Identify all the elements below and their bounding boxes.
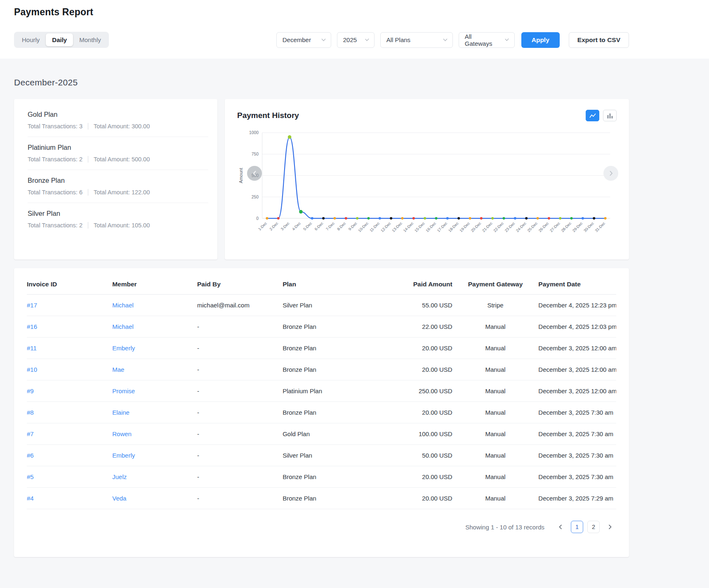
line-chart-toggle[interactable] [586, 110, 599, 121]
member-link[interactable]: Promise [112, 387, 135, 394]
svg-text:3-Dec: 3-Dec [280, 221, 290, 231]
member-link[interactable]: Mae [112, 366, 124, 373]
chevron-down-icon [505, 37, 509, 41]
invoice-link[interactable]: #6 [27, 452, 34, 459]
svg-text:8-Dec: 8-Dec [337, 221, 347, 231]
toolbar: HourlyDailyMonthly December 2025 All Pla… [14, 32, 629, 48]
bar-chart-toggle[interactable] [603, 110, 617, 121]
divider [88, 156, 88, 163]
plan-name: Bronze Plan [28, 177, 208, 184]
paid-by-cell: - [197, 423, 283, 445]
chart-next-button[interactable] [603, 166, 618, 181]
divider [88, 189, 88, 196]
page-title: Payments Report [14, 7, 629, 18]
invoice-link[interactable]: #9 [27, 387, 34, 394]
svg-text:11-Dec: 11-Dec [369, 221, 380, 233]
amount-cell: 20.00 USD [409, 359, 452, 380]
invoice-cell: #8 [27, 402, 112, 423]
member-link[interactable]: Veda [112, 495, 126, 502]
plan-transactions: Total Transactions: 6 [28, 189, 82, 196]
chart-title: Payment History [237, 111, 299, 120]
invoice-link[interactable]: #5 [27, 473, 34, 480]
invoice-cell: #10 [27, 359, 112, 380]
plan-select[interactable]: All Plans [380, 32, 453, 48]
paid-by-cell: - [197, 402, 283, 423]
gateway-select[interactable]: All Gateways [459, 32, 515, 48]
table-body: #17Michaelmichael@mail.comSilver Plan55.… [27, 295, 616, 509]
paid-by-cell: - [197, 359, 283, 380]
amount-cell: 20.00 USD [409, 402, 452, 423]
chevron-left-icon [559, 524, 562, 529]
view-tab-monthly[interactable]: Monthly [73, 33, 107, 46]
payments-table: Invoice IDMemberPaid ByPlanPaid AmountPa… [27, 272, 616, 509]
member-link[interactable]: Michael [112, 323, 134, 330]
pagination-next-button[interactable] [604, 521, 616, 533]
invoice-link[interactable]: #8 [27, 409, 34, 416]
export-csv-button[interactable]: Export to CSV [569, 32, 629, 48]
column-header: Plan [283, 272, 409, 295]
plan-cell: Silver Plan [283, 445, 409, 466]
plan-cell: Bronze Plan [283, 402, 409, 423]
svg-text:9-Dec: 9-Dec [348, 221, 358, 231]
member-link[interactable]: Elaine [112, 409, 130, 416]
plan-transactions: Total Transactions: 2 [28, 222, 82, 229]
year-select[interactable]: 2025 [337, 32, 375, 48]
invoice-link[interactable]: #7 [27, 430, 34, 437]
paid-by-cell: - [197, 445, 283, 466]
invoice-cell: #7 [27, 423, 112, 445]
amount-cell: 20.00 USD [409, 338, 452, 359]
paid-by-cell: - [197, 338, 283, 359]
gateway-cell: Manual [452, 423, 539, 445]
top-bar: Payments Report HourlyDailyMonthly Decem… [0, 0, 709, 59]
gateway-cell: Stripe [452, 295, 539, 316]
member-link[interactable]: Rowen [112, 430, 132, 437]
apply-button[interactable]: Apply [521, 32, 560, 48]
svg-text:13-Dec: 13-Dec [391, 221, 403, 233]
svg-text:12-Dec: 12-Dec [380, 221, 391, 233]
chevron-down-icon [365, 37, 369, 41]
view-tab-hourly[interactable]: Hourly [16, 33, 46, 46]
invoice-link[interactable]: #16 [27, 323, 37, 330]
gateway-select-value: All Gateways [465, 33, 497, 47]
member-cell: Elaine [112, 402, 197, 423]
table-row: #5Juelz-Bronze Plan20.00 USDManualDecemb… [27, 466, 616, 488]
paid-by-cell: - [197, 380, 283, 402]
svg-text:1000: 1000 [249, 130, 259, 135]
amount-cell: 55.00 USD [409, 295, 452, 316]
month-select[interactable]: December [276, 32, 331, 48]
table-row: #10Mae-Bronze Plan20.00 USDManualDecembe… [27, 359, 616, 380]
plan-summary-card: Gold PlanTotal Transactions: 3Total Amou… [14, 99, 217, 260]
svg-text:7-Dec: 7-Dec [325, 221, 335, 231]
invoice-link[interactable]: #17 [27, 302, 37, 309]
pagination-page-1[interactable]: 1 [571, 521, 583, 533]
pagination-page-2[interactable]: 2 [587, 521, 600, 533]
svg-text:0: 0 [256, 216, 259, 221]
table-row: #17Michaelmichael@mail.comSilver Plan55.… [27, 295, 616, 316]
plan-cell: Silver Plan [283, 295, 409, 316]
svg-text:14-Dec: 14-Dec [403, 221, 414, 233]
invoice-link[interactable]: #11 [27, 345, 37, 352]
svg-text:22-Dec: 22-Dec [493, 221, 504, 233]
invoice-link[interactable]: #10 [27, 366, 37, 373]
svg-text:5-Dec: 5-Dec [303, 221, 313, 231]
payment-history-chart: 02505007501000Amount1-Dec2-Dec3-Dec4-Dec… [237, 125, 617, 250]
plan-cell: Bronze Plan [283, 316, 409, 338]
svg-text:28-Dec: 28-Dec [561, 221, 572, 233]
member-link[interactable]: Juelz [112, 473, 127, 480]
year-select-value: 2025 [343, 36, 357, 43]
column-header: Paid Amount [409, 272, 452, 295]
member-link[interactable]: Emberly [112, 452, 135, 459]
member-cell: Juelz [112, 466, 197, 488]
pagination-prev-button[interactable] [554, 521, 567, 533]
member-link[interactable]: Michael [112, 302, 134, 309]
invoice-cell: #5 [27, 466, 112, 488]
member-cell: Emberly [112, 338, 197, 359]
invoice-link[interactable]: #4 [27, 495, 34, 502]
date-cell: December 3, 2025 12:00 am [538, 359, 616, 380]
member-cell: Promise [112, 380, 197, 402]
view-tab-daily[interactable]: Daily [46, 33, 73, 46]
chevron-left-icon [253, 170, 257, 176]
chart-prev-button[interactable] [247, 166, 262, 181]
member-link[interactable]: Emberly [112, 345, 135, 352]
table-row: #11Emberly-Bronze Plan20.00 USDManualDec… [27, 338, 616, 359]
